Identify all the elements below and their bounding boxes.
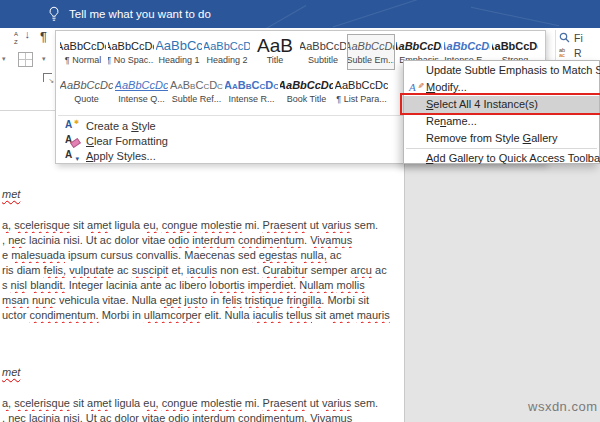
tell-me-label: Tell me what you want to do <box>69 8 211 20</box>
text-line: s nisl blandit. Integer lacinia ante ac … <box>2 278 404 293</box>
modify-menu-item[interactable]: A✎Modify... <box>404 79 599 96</box>
menu-item-label: Clear Formatting <box>86 135 168 147</box>
remove-from-style-gallery-menu-item[interactable]: Remove from Style Gallery <box>404 130 599 147</box>
style-label: Intense Q... <box>118 94 165 104</box>
subtle-emphasis-text: met <box>2 187 404 202</box>
create-style-icon: A✱ <box>63 119 80 132</box>
body-paragraph: a, scelerisque sit amet ligula eu, congu… <box>2 218 404 323</box>
style-sample: AaBbCcDc <box>115 78 169 92</box>
style-title[interactable]: AaBTitle <box>251 34 299 70</box>
text-line: msan nunc vehicula vitae. Nulla eget jus… <box>2 293 404 308</box>
titlebar-sketch-decor <box>254 5 306 28</box>
style-sample: AaBbCcDc <box>224 78 279 92</box>
style-label: ¶ Normal <box>65 55 101 65</box>
modify-style-icon: A✎ <box>408 80 422 94</box>
style-intense-q[interactable]: AaBbCcDcIntense Q... <box>114 73 169 109</box>
style-sample: AaBbCcD <box>299 39 347 53</box>
select-all-4-instance-s-menu-item[interactable]: Select All 4 Instance(s) <box>404 96 599 113</box>
style-sample: AaBbCcDc <box>59 39 107 53</box>
editing-group: Fi ab ac R <box>559 30 600 60</box>
apply-styles-icon: A▾ <box>63 149 80 162</box>
menu-item-label: Add Gallery to Quick Access Toolbar <box>426 152 600 164</box>
ribbon-bottom-border <box>0 110 56 111</box>
style-context-menu: Update Subtle Emphasis to Match Selectio… <box>403 60 600 164</box>
text-line: e malesuada ipsum cursus convallis. Maec… <box>2 248 404 263</box>
menu-item-label: Apply Styles... <box>86 150 156 162</box>
context-menu-items: Update Subtle Emphasis to Match Selectio… <box>404 62 599 167</box>
style-sample: AaBbCcDc <box>335 78 389 92</box>
style-label: Subtitle <box>308 55 338 65</box>
menu-item-label: Create a Style <box>86 120 156 132</box>
shading-dropdown-icon[interactable]: ▾ <box>2 55 6 63</box>
styles-row-2: AaBbCcDcQuoteAaBbCcDcIntense Q...AaBbCcD… <box>59 73 389 109</box>
menu-item-label: Update Subtle Emphasis to Match Selectio… <box>426 64 600 76</box>
style-quote[interactable]: AaBbCcDcQuote <box>59 73 114 109</box>
menu-item-label: Rename... <box>426 115 477 127</box>
borders-dropdown-icon[interactable]: ▾ <box>42 55 46 63</box>
style-sample: AaBbCcDc <box>395 39 443 53</box>
search-icon <box>559 32 570 43</box>
style-intense-r[interactable]: AaBbCcDcIntense R... <box>224 73 279 109</box>
style-heading-1[interactable]: AaBbCcHeading 1 <box>155 34 203 70</box>
text-line: uctor condimentum. Morbi in ullamcorper … <box>2 308 404 323</box>
style-sample: AaBbCcD <box>203 39 251 53</box>
text-line: a, scelerisque sit amet ligula eu, congu… <box>2 396 404 411</box>
style-sample: AaBbCcDc <box>347 39 395 53</box>
document-section: meta, scelerisque sit amet ligula eu, co… <box>2 365 404 422</box>
replace-label: R <box>574 47 582 59</box>
style-sample: AaBbCc <box>155 39 203 53</box>
style-label: ¶ No Spac... <box>107 55 155 65</box>
word-window: Tell me what you want to do A Z ↓ ¶ ▾ ▾ … <box>0 0 600 422</box>
clear-formatting-icon: A <box>63 134 80 147</box>
style-subtle-ref[interactable]: AaBbCcDcSubtle Ref... <box>169 73 224 109</box>
style-list-para[interactable]: AaBbCcDc¶ List Para... <box>334 73 389 109</box>
context-menu-separator <box>406 148 597 149</box>
style-sample: AaBbCcDc <box>491 39 539 53</box>
style-no-spac[interactable]: AaBbCcDc¶ No Spac... <box>107 34 155 70</box>
style-label: Subtle Ref... <box>172 94 222 104</box>
text-line: a, scelerisque sit amet ligula eu, congu… <box>2 218 404 233</box>
style-label: ¶ List Para... <box>336 94 386 104</box>
style-sample: AaB <box>257 39 293 53</box>
document-section: meta, scelerisque sit amet ligula eu, co… <box>2 187 404 323</box>
paragraph-dialog-launcher-icon[interactable]: ↘ <box>43 73 52 82</box>
lightbulb-icon <box>48 6 60 22</box>
style-label: Heading 2 <box>206 55 247 65</box>
find-label: Fi <box>574 32 583 44</box>
sort-icon[interactable]: A Z ↓ <box>14 31 30 45</box>
menu-item-label: Remove from Style Gallery <box>426 132 557 144</box>
style-sample: AaBbCcDc <box>279 78 334 92</box>
paragraph-group: A Z ↓ ¶ ▾ ▾ ↘ <box>0 28 55 110</box>
style-label: Intense R... <box>228 94 274 104</box>
rename-menu-item[interactable]: Rename... <box>404 113 599 130</box>
style-heading-2[interactable]: AaBbCcDHeading 2 <box>203 34 251 70</box>
titlebar-sketch-decor <box>471 7 559 27</box>
find-button[interactable]: Fi <box>559 30 600 45</box>
borders-icon[interactable] <box>18 52 33 67</box>
add-gallery-to-quick-access-toolbar-menu-item[interactable]: Add Gallery to Quick Access Toolbar <box>404 150 599 167</box>
style-sample: AaBbCcDc <box>443 39 491 53</box>
style-book-title[interactable]: AaBbCcDcBook Title <box>279 73 334 109</box>
body-paragraph: a, scelerisque sit amet ligula eu, congu… <box>2 396 404 422</box>
text-line: , nec lacinia nisi. Ut ac dolor vitae od… <box>2 233 404 248</box>
style-sample: AaBbCcDc <box>60 78 114 92</box>
style-subtitle[interactable]: AaBbCcDSubtitle <box>299 34 347 70</box>
style-label: Subtle Em... <box>347 55 395 65</box>
replace-icon: ab ac <box>559 48 570 58</box>
subtle-emphasis-text: met <box>2 365 404 380</box>
text-line: , nec lacinia nisi. Ut ac dolor vitae od… <box>2 411 404 422</box>
style-label: Quote <box>74 94 99 104</box>
style-label: Heading 1 <box>158 55 199 65</box>
style-sample: AaBbCcDc <box>107 39 155 53</box>
style-label: Title <box>267 55 284 65</box>
pilcrow-icon[interactable]: ¶ <box>40 29 47 44</box>
text-line: ris diam felis, vulputate ac suscipit et… <box>2 263 404 278</box>
titlebar-sketch-decor <box>333 0 447 28</box>
update-subtle-emphasis-to-match-selection-menu-item[interactable]: Update Subtle Emphasis to Match Selectio… <box>404 62 599 79</box>
style-subtle-em[interactable]: AaBbCcDcSubtle Em... <box>347 34 395 70</box>
replace-button[interactable]: ab ac R <box>559 45 600 60</box>
tell-me-bar[interactable]: Tell me what you want to do <box>0 0 600 28</box>
menu-item-label: Modify... <box>426 81 467 93</box>
style-normal[interactable]: AaBbCcDc¶ Normal <box>59 34 107 70</box>
style-sample: AaBbCcDc <box>170 78 223 92</box>
